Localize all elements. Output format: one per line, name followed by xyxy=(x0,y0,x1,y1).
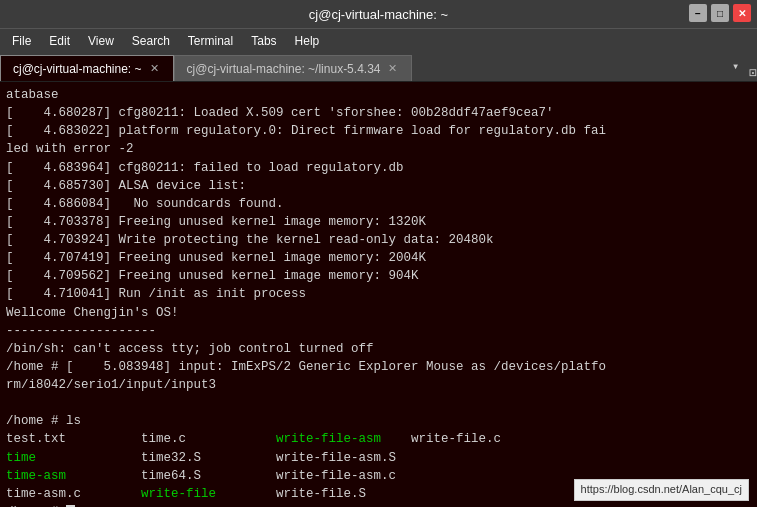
tab-1[interactable]: cj@cj-virtual-machine: ~ ✕ xyxy=(0,55,174,81)
tab-2-close[interactable]: ✕ xyxy=(386,62,399,75)
tab-bar: cj@cj-virtual-machine: ~ ✕ cj@cj-virtual… xyxy=(0,52,757,82)
menu-file[interactable]: File xyxy=(4,32,39,50)
terminal-output: atabase [ 4.680287] cfg80211: Loaded X.5… xyxy=(6,86,751,507)
minimize-button[interactable]: − xyxy=(689,4,707,22)
window-controls: − □ ✕ xyxy=(689,4,751,22)
close-button[interactable]: ✕ xyxy=(733,4,751,22)
tab-1-close[interactable]: ✕ xyxy=(148,62,161,75)
tab-1-label: cj@cj-virtual-machine: ~ xyxy=(13,62,142,76)
monitor-icon[interactable]: ⊡ xyxy=(749,65,757,81)
menu-edit[interactable]: Edit xyxy=(41,32,78,50)
url-tooltip: https://blog.csdn.net/Alan_cqu_cj xyxy=(574,479,749,501)
menu-view[interactable]: View xyxy=(80,32,122,50)
title-bar: cj@cj-virtual-machine: ~ − □ ✕ xyxy=(0,0,757,28)
terminal-area[interactable]: atabase [ 4.680287] cfg80211: Loaded X.5… xyxy=(0,82,757,507)
tab-menu-button[interactable]: ▾ xyxy=(726,59,745,74)
window-title: cj@cj-virtual-machine: ~ xyxy=(309,7,448,22)
maximize-button[interactable]: □ xyxy=(711,4,729,22)
menu-terminal[interactable]: Terminal xyxy=(180,32,241,50)
tab-2-label: cj@cj-virtual-machine: ~/linux-5.4.34 xyxy=(187,62,381,76)
menu-bar: File Edit View Search Terminal Tabs Help xyxy=(0,28,757,52)
tab-2[interactable]: cj@cj-virtual-machine: ~/linux-5.4.34 ✕ xyxy=(174,55,413,81)
menu-search[interactable]: Search xyxy=(124,32,178,50)
menu-help[interactable]: Help xyxy=(287,32,328,50)
menu-tabs[interactable]: Tabs xyxy=(243,32,284,50)
tooltip-text: https://blog.csdn.net/Alan_cqu_cj xyxy=(581,483,742,495)
